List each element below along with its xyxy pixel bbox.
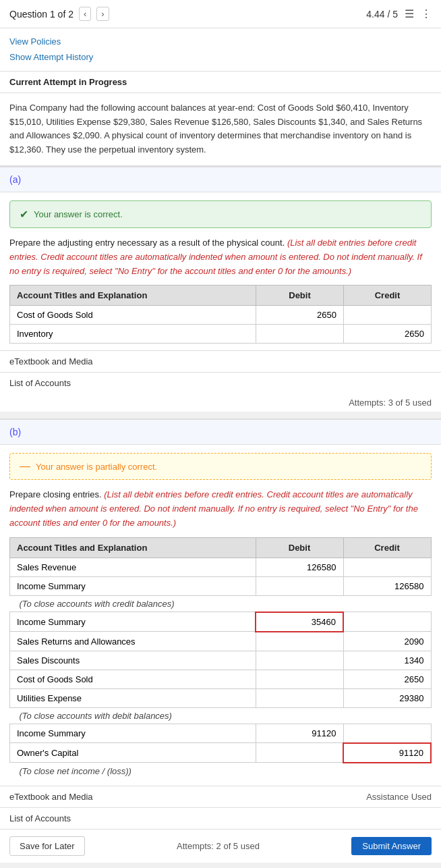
partial-text: Your answer is partially correct. xyxy=(36,462,157,472)
menu-icon-button[interactable]: ⋮ xyxy=(421,7,432,20)
account-input-b-9[interactable] xyxy=(14,727,252,740)
credit-input-b-5[interactable] xyxy=(348,654,427,667)
score-display: 4.44 / 5 xyxy=(366,9,398,20)
account-input-b-3[interactable] xyxy=(14,616,251,628)
account-input-b-6[interactable] xyxy=(14,673,252,686)
list-icon-button[interactable]: ☰ xyxy=(405,7,414,20)
show-attempt-history-link[interactable]: Show Attempt History xyxy=(9,49,432,65)
correct-text: Your answer is correct. xyxy=(34,209,123,219)
save-for-later-button[interactable]: Save for Later xyxy=(9,836,85,856)
debit-input-b-1[interactable] xyxy=(260,580,339,593)
list-of-accounts-b[interactable]: List of Accounts xyxy=(0,807,441,829)
score-area: 4.44 / 5 ☰ ⋮ xyxy=(366,7,432,20)
part-b-table-container: Account Titles and Explanation Debit Cre… xyxy=(9,537,432,779)
account-input-b-4[interactable] xyxy=(14,635,252,648)
view-policies-link[interactable]: View Policies xyxy=(9,34,432,49)
col-account-a: Account Titles and Explanation xyxy=(10,286,256,306)
account-input-a-0[interactable] xyxy=(14,308,252,321)
part-a-header: (a) xyxy=(0,166,441,192)
bottom-actions: Save for Later Attempts: 2 of 5 used Sub… xyxy=(0,829,441,863)
part-b-instruction: Prepare closing entries. (List all debit… xyxy=(0,488,441,537)
etextbook-b[interactable]: eTextbook and Media xyxy=(9,792,93,802)
question-nav: Question 1 of 2 ‹ › xyxy=(9,7,109,21)
note-row: (To close accounts with credit balances) xyxy=(10,595,432,612)
part-b-header: (b) xyxy=(0,418,441,445)
next-button[interactable]: › xyxy=(96,7,109,21)
debit-input-b-7[interactable] xyxy=(260,692,339,705)
top-bar: Question 1 of 2 ‹ › 4.44 / 5 ☰ ⋮ xyxy=(0,0,441,28)
credit-input-b-3[interactable] xyxy=(348,616,427,628)
prev-button[interactable]: ‹ xyxy=(79,7,91,21)
debit-input-b-9[interactable] xyxy=(260,727,339,740)
note-row: (To close net income / (loss)) xyxy=(10,763,432,779)
assistance-used: Assistance Used xyxy=(366,792,432,802)
correct-banner: ✔ Your answer is correct. xyxy=(9,200,432,228)
credit-input-b-1[interactable] xyxy=(348,580,427,593)
question-label: Question 1 of 2 xyxy=(9,9,74,20)
debit-input-b-4[interactable] xyxy=(260,635,339,648)
account-input-b-7[interactable] xyxy=(14,692,252,705)
col-debit-b: Debit xyxy=(256,537,343,558)
part-a-instruction: Prepare the adjusting entry necessary as… xyxy=(0,236,441,285)
credit-input-b-0[interactable] xyxy=(348,561,427,574)
col-credit-a: Credit xyxy=(344,286,432,306)
attempts-a: Attempts: 3 of 5 used xyxy=(0,394,441,412)
credit-input-b-10[interactable] xyxy=(348,747,426,759)
debit-input-b-6[interactable] xyxy=(260,673,339,686)
debit-input-b-5[interactable] xyxy=(260,654,339,667)
etextbook-b-row: eTextbook and Media Assistance Used xyxy=(0,786,441,807)
check-icon: ✔ xyxy=(20,208,28,221)
debit-input-a-0[interactable] xyxy=(260,308,339,321)
current-attempt-header: Current Attempt in Progress xyxy=(0,72,441,93)
part-b-container: (b) — Your answer is partially correct. … xyxy=(0,418,441,862)
note-row: (To close accounts with debit balances) xyxy=(10,707,432,724)
credit-input-a-1[interactable] xyxy=(348,327,427,340)
part-a-table-container: Account Titles and Explanation Debit Cre… xyxy=(9,285,432,344)
debit-input-a-1[interactable] xyxy=(260,327,339,340)
credit-input-b-9[interactable] xyxy=(348,727,427,740)
problem-text: Pina Company had the following account b… xyxy=(0,93,441,166)
credit-input-a-0[interactable] xyxy=(348,308,427,321)
account-input-a-1[interactable] xyxy=(14,327,252,340)
attempts-b: Attempts: 2 of 5 used xyxy=(177,841,260,851)
credit-input-b-6[interactable] xyxy=(348,673,427,686)
submit-answer-button[interactable]: Submit Answer xyxy=(351,837,432,855)
part-a-table: Account Titles and Explanation Debit Cre… xyxy=(9,285,432,344)
account-input-b-1[interactable] xyxy=(14,580,252,593)
debit-input-b-10[interactable] xyxy=(260,747,339,759)
credit-input-b-7[interactable] xyxy=(348,692,427,705)
col-account-b: Account Titles and Explanation xyxy=(10,537,256,558)
list-of-accounts-a[interactable]: List of Accounts xyxy=(0,372,441,394)
minus-icon: — xyxy=(20,460,30,472)
account-input-b-5[interactable] xyxy=(14,654,252,667)
part-b-table: Account Titles and Explanation Debit Cre… xyxy=(9,537,432,779)
links-bar: View Policies Show Attempt History xyxy=(0,28,441,72)
account-input-b-10[interactable] xyxy=(14,747,252,759)
part-a-container: (a) ✔ Your answer is correct. Prepare th… xyxy=(0,166,441,412)
col-credit-b: Credit xyxy=(343,537,431,558)
etextbook-a[interactable]: eTextbook and Media xyxy=(0,350,441,372)
debit-input-b-3[interactable] xyxy=(260,616,339,628)
account-input-b-0[interactable] xyxy=(14,561,252,574)
debit-input-b-0[interactable] xyxy=(260,561,339,574)
partial-banner: — Your answer is partially correct. xyxy=(9,453,432,480)
col-debit-a: Debit xyxy=(256,286,344,306)
credit-input-b-4[interactable] xyxy=(348,635,427,648)
